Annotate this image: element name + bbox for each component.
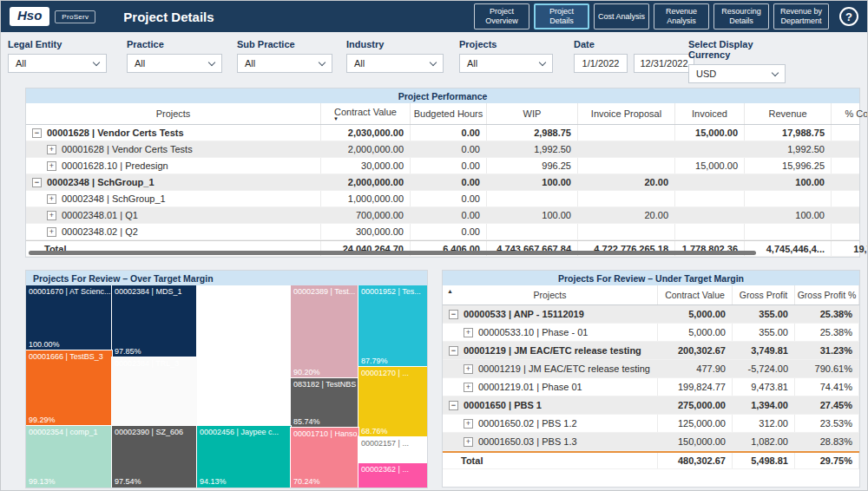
- table-row[interactable]: −00002348 | SchGroup_12,000,000.000.0010…: [26, 174, 859, 191]
- project-name: 00001219.01 | Phase 01: [478, 382, 582, 392]
- nav-tab-revenue-analysis[interactable]: Revenue Analysis: [654, 3, 709, 29]
- table-row[interactable]: +00002348.01 | Q1700,000.000.00100.0020.…: [26, 207, 859, 224]
- column-header-contract-value[interactable]: Contract Value▼: [321, 103, 411, 124]
- column-label: Projects: [156, 108, 191, 119]
- expand-icon[interactable]: +: [464, 383, 473, 392]
- cell-gross-profit: 27.45%: [795, 396, 859, 414]
- table-row[interactable]: +00002348 | SchGroup_11,000,000.000.00: [26, 191, 859, 207]
- table-row[interactable]: +00001650.02 | PBS 1.2125,000.00312.0023…: [443, 415, 859, 433]
- table-row[interactable]: −00000533 | ANP - 151120195,000.00355.00…: [443, 305, 859, 324]
- treemap-tile-00002362[interactable]: 00002362 | ...: [358, 463, 427, 488]
- treemap-tile-00001670-at-scienc[interactable]: 00001670 | AT Scienc...100.00%: [26, 285, 112, 350]
- collapse-icon[interactable]: −: [449, 401, 458, 410]
- filter-value: All: [135, 58, 145, 69]
- cell-complete: 0.89%: [832, 125, 868, 141]
- top-bar: Hso ProServ Project Details Project Over…: [1, 1, 867, 32]
- expand-icon[interactable]: +: [47, 161, 56, 171]
- treemap-tile-00002456-jaypee-c[interactable]: 00002456 | Jaypee c...94.13%: [197, 426, 291, 488]
- cell-gross-profit: 1,394.00: [733, 396, 795, 414]
- collapse-icon[interactable]: −: [449, 310, 458, 319]
- table-row[interactable]: +00002348.02 | Q2300,000.000.00: [26, 224, 859, 240]
- collapse-icon[interactable]: −: [32, 178, 42, 187]
- nav-tab-resourcing-details[interactable]: Resourcing Details: [713, 3, 769, 29]
- table-row[interactable]: +00001628 | Vendor Certs Tests2,000,000.…: [26, 141, 859, 158]
- filter-dropdown-practice[interactable]: All: [127, 54, 222, 73]
- scrollbar-thumb[interactable]: [29, 251, 756, 255]
- treemap-tile-00001270[interactable]: 00001270 | ...68.76%: [358, 367, 427, 437]
- tile-label: 00001710 | Hanso...: [291, 428, 358, 440]
- column-header-contract-value[interactable]: Contract Value: [658, 285, 733, 304]
- column-header-gross-profit[interactable]: Gross Profit %: [795, 285, 859, 304]
- under-target-margin-title: Projects For Review – Under Target Margi…: [443, 271, 859, 285]
- treemap-tile-00002157[interactable]: 00002157 | ...: [358, 437, 427, 463]
- nav-tab-cost-analysis[interactable]: Cost Analysis: [594, 3, 649, 29]
- table-row[interactable]: +00001219 | JM EAC/ETC release testing47…: [443, 360, 859, 378]
- help-button[interactable]: ?: [839, 7, 858, 26]
- cell-gross-profit: 25.38%: [795, 305, 859, 323]
- cell-total-gross-profit: 5,498.81: [733, 453, 795, 468]
- filter-value: All: [16, 58, 26, 69]
- collapse-icon[interactable]: −: [449, 346, 458, 356]
- project-name: 00002348.02 | Q2: [62, 226, 138, 237]
- filter-dropdown-legal-entity[interactable]: All: [8, 54, 107, 73]
- table-row[interactable]: +00001650.03 | PBS 1.3150,000.001,082.00…: [443, 433, 859, 451]
- treemap-tile-00002389-test[interactable]: 00002389 | Test...90.20%: [291, 285, 358, 378]
- column-header-complete[interactable]: % Complete: [832, 103, 868, 124]
- treemap-tile-00002384-trl-3[interactable]: 00002384 | TRL_3: [112, 357, 197, 426]
- expand-icon[interactable]: +: [47, 145, 56, 154]
- date-start-input[interactable]: 1/1/2022: [574, 54, 628, 73]
- table-row[interactable]: +00000533.10 | Phase - 015,000.00355.002…: [443, 324, 859, 342]
- treemap-tile-00002354-comp-1[interactable]: 00002354 | comp_199.13%: [26, 426, 112, 488]
- column-header-budgeted-hours[interactable]: Budgeted Hours: [411, 103, 487, 124]
- cell-contract-value: 477.90: [658, 360, 733, 377]
- sort-asc-icon: ▲: [447, 288, 453, 294]
- expand-icon[interactable]: +: [47, 227, 56, 237]
- nav-tab-project-overview[interactable]: Project Overview: [474, 3, 529, 29]
- treemap-tile-00002384-mds-1[interactable]: 00002384 | MDS_197.85%: [112, 285, 197, 357]
- filter-dropdown-sub-practice[interactable]: All: [237, 54, 332, 73]
- column-header-wip[interactable]: WIP: [487, 103, 578, 124]
- expand-icon[interactable]: +: [464, 437, 473, 447]
- cell-contract-value: 125,000.00: [658, 415, 733, 432]
- treemap-tile-00002390-sz-606[interactable]: 00002390 | SZ_60697.54%: [112, 426, 197, 488]
- column-label: Gross Profit %: [798, 290, 857, 300]
- project-name: 00001219 | JM EAC/ETC release testing: [478, 363, 650, 374]
- cell-total-contract-value: 480,302.67: [658, 453, 733, 468]
- total-row[interactable]: Total480,302.675,498.8129.75%: [443, 451, 859, 469]
- horizontal-scrollbar[interactable]: [29, 251, 855, 255]
- collapse-icon[interactable]: −: [32, 128, 42, 138]
- filter-dropdown-select-display-currency[interactable]: USD: [688, 64, 786, 83]
- treemap-tile-blank[interactable]: [197, 285, 291, 426]
- filter-label: Legal Entity: [8, 39, 107, 49]
- filter-dropdown-industry[interactable]: All: [346, 54, 444, 73]
- tile-percent: 99.29%: [29, 416, 56, 424]
- column-header-gross-profit[interactable]: Gross Profit: [733, 285, 795, 304]
- expand-icon[interactable]: +: [464, 364, 473, 374]
- expand-icon[interactable]: +: [47, 194, 56, 204]
- nav-tab-revenue-by-department[interactable]: Revenue by Department: [773, 3, 829, 29]
- table-row[interactable]: +00001628.10 | Predesign30,000.000.00996…: [26, 158, 859, 174]
- treemap-tile-00001952-tes[interactable]: 00001952 | Tes...87.79%: [358, 285, 427, 367]
- column-header-projects[interactable]: Projects: [443, 285, 658, 304]
- cell-contract-value: 700,000.00: [321, 207, 411, 223]
- table-row[interactable]: −00001650 | PBS 1275,000.001,394.0027.45…: [443, 396, 859, 415]
- expand-icon[interactable]: +: [464, 328, 473, 337]
- filter-dropdown-projects[interactable]: All: [459, 54, 553, 73]
- date-end-input[interactable]: 12/31/2022: [634, 54, 694, 73]
- nav-tab-project-details[interactable]: Project Details: [534, 3, 589, 29]
- table-row[interactable]: −00001219 | JM EAC/ETC release testing20…: [443, 342, 859, 360]
- project-name: 00002348.01 | Q1: [62, 210, 138, 220]
- treemap-tile-00001666-testbs-3[interactable]: 00001666 | TestBS_399.29%: [26, 350, 112, 426]
- table-row[interactable]: −00001628 | Vendor Certs Tests2,030,000.…: [26, 125, 859, 141]
- project-name: 00001650 | PBS 1: [464, 400, 542, 410]
- column-header-revenue[interactable]: Revenue: [745, 103, 832, 124]
- project-performance-table: ProjectsContract Value▼Budgeted HoursWIP…: [26, 103, 859, 257]
- column-header-invoice-proposal[interactable]: Invoice Proposal: [578, 103, 675, 124]
- column-header-projects[interactable]: Projects: [26, 103, 321, 124]
- expand-icon[interactable]: +: [47, 211, 56, 220]
- table-row[interactable]: +00001219.01 | Phase 01199,824.779,473.8…: [443, 378, 859, 396]
- treemap-tile-083182-testnbs[interactable]: 083182 | TestNBS85.74%: [291, 378, 358, 428]
- expand-icon[interactable]: +: [464, 419, 473, 429]
- treemap-tile-00001710-hanso[interactable]: 00001710 | Hanso...70.24%: [291, 428, 358, 488]
- column-header-invoiced[interactable]: Invoiced: [675, 103, 745, 124]
